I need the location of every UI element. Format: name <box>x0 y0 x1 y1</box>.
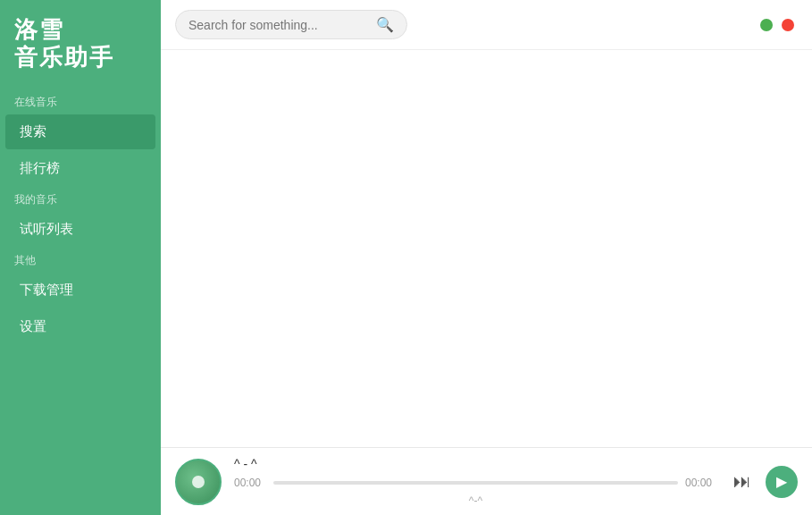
time-current: 00:00 <box>234 477 266 489</box>
sidebar-item-search[interactable]: 搜索 <box>5 114 155 149</box>
album-art-inner <box>192 476 205 488</box>
main-area: 🔍 ^ - ^ 00:00 00:00 <box>161 0 812 515</box>
content-area <box>161 50 812 447</box>
sidebar-item-settings[interactable]: 设置 <box>5 309 155 344</box>
sidebar-item-ranking[interactable]: 排行榜 <box>5 151 155 186</box>
close-button[interactable] <box>782 19 794 31</box>
search-box[interactable]: 🔍 <box>175 10 407 39</box>
player-info: ^ - ^ 00:00 00:00 ^-^ <box>234 457 717 507</box>
progress-row: 00:00 00:00 <box>234 477 717 489</box>
sidebar: 洛雪 音乐助手 在线音乐 搜索 排行榜 我的音乐 试听列表 其他 下载管理 设置 <box>0 0 161 515</box>
my-music-label: 我的音乐 <box>0 187 161 211</box>
search-icon: 🔍 <box>376 16 394 33</box>
minimize-button[interactable] <box>760 19 773 31</box>
app-container: 洛雪 音乐助手 在线音乐 搜索 排行榜 我的音乐 试听列表 其他 下载管理 设置… <box>0 0 812 515</box>
sidebar-item-download[interactable]: 下载管理 <box>5 273 155 308</box>
progress-bar[interactable] <box>273 481 678 485</box>
app-title: 洛雪 音乐助手 <box>0 0 161 89</box>
other-label: 其他 <box>0 248 161 272</box>
sidebar-item-playlist[interactable]: 试听列表 <box>5 212 155 247</box>
search-input[interactable] <box>188 18 373 32</box>
time-total: 00:00 <box>685 477 717 489</box>
player-controls: ⏭ ▶ <box>730 466 798 498</box>
player-subtitle: ^-^ <box>234 494 717 507</box>
song-title: ^ - ^ <box>234 457 717 471</box>
skip-forward-button[interactable]: ⏭ <box>730 468 755 495</box>
album-art <box>175 459 222 505</box>
player-bar: ^ - ^ 00:00 00:00 ^-^ ⏭ ▶ <box>161 447 812 515</box>
online-music-label: 在线音乐 <box>0 89 161 114</box>
play-button[interactable]: ▶ <box>766 466 798 498</box>
top-bar: 🔍 <box>161 0 812 50</box>
window-controls <box>760 19 794 31</box>
